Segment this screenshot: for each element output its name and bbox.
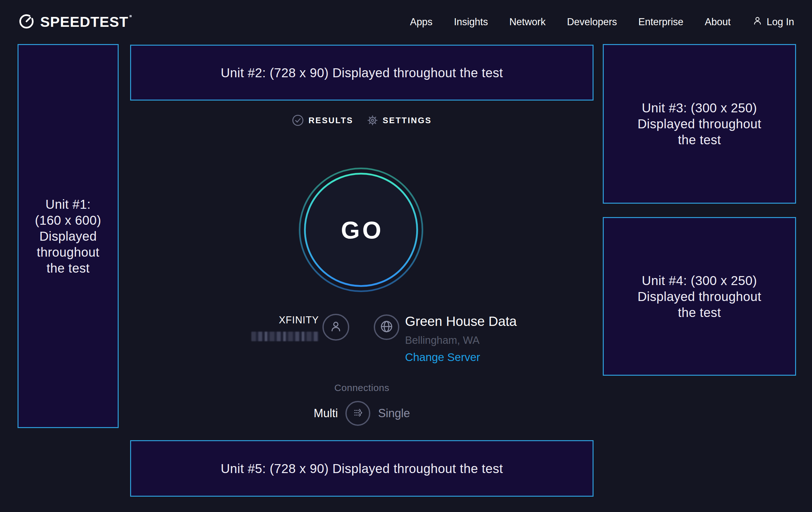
globe-icon [379, 319, 394, 335]
nav-item-network[interactable]: Network [509, 16, 546, 28]
multi-connection-icon [350, 405, 366, 422]
go-button[interactable]: GO [298, 167, 424, 292]
connections-label: Connections [130, 382, 593, 393]
gear-icon [367, 115, 378, 126]
tab-results-label: RESULTS [309, 115, 353, 126]
speedtest-logo[interactable]: SPEEDTEST [18, 13, 132, 31]
connections-row: Multi Single [314, 401, 410, 426]
ad-unit-5[interactable]: Unit #5: (728 x 90) Displayed throughout… [130, 440, 593, 497]
ad-unit-2-text: Unit #2: (728 x 90) Displayed throughout… [221, 65, 503, 81]
connections-toggle[interactable] [345, 401, 370, 426]
go-label: GO [298, 167, 424, 292]
isp-block: XFINITY [251, 315, 319, 343]
nav-item-apps[interactable]: Apps [410, 16, 433, 28]
ad-unit-3-text: Unit #3: (300 x 250) Displayed throughou… [638, 100, 761, 148]
server-badge [374, 315, 399, 340]
tab-settings[interactable]: SETTINGS [367, 115, 432, 126]
speedometer-icon [18, 13, 35, 31]
tab-results[interactable]: RESULTS [292, 114, 353, 127]
person-icon [328, 319, 343, 335]
connections-section: Connections Multi Single [130, 382, 593, 426]
ad-unit-4-text: Unit #4: (300 x 250) Displayed throughou… [638, 273, 761, 321]
server-location: Bellingham, WA [405, 334, 517, 346]
main-nav: Apps Insights Network Developers Enterpr… [410, 15, 794, 29]
ad-unit-4[interactable]: Unit #4: (300 x 250) Displayed throughou… [603, 217, 796, 376]
isp-name: XFINITY [251, 315, 319, 326]
page: { "header": { "logo_text": "SPEEDTEST", … [0, 0, 812, 512]
ad-unit-1-text: Unit #1: (160 x 600) Displayed throughou… [35, 196, 102, 276]
user-icon [752, 15, 763, 29]
ad-unit-5-text: Unit #5: (728 x 90) Displayed throughout… [221, 461, 503, 477]
header: SPEEDTEST Apps Insights Network Develope… [0, 0, 812, 44]
nav-item-about[interactable]: About [705, 16, 731, 28]
tab-settings-label: SETTINGS [383, 115, 432, 126]
server-info: Green House Data Bellingham, WA Change S… [405, 314, 517, 363]
nav-item-developers[interactable]: Developers [567, 16, 617, 28]
tabs-row: RESULTS SETTINGS [130, 114, 593, 127]
connections-multi-label[interactable]: Multi [314, 407, 338, 420]
isp-badge [322, 314, 349, 341]
nav-item-enterprise[interactable]: Enterprise [638, 16, 683, 28]
ad-unit-2[interactable]: Unit #2: (728 x 90) Displayed throughout… [130, 45, 593, 101]
check-circle-icon [292, 114, 304, 127]
server-name: Green House Data [405, 314, 517, 329]
change-server-link[interactable]: Change Server [405, 351, 517, 363]
isp-ip-redacted [251, 332, 319, 341]
login-button[interactable]: Log In [752, 15, 794, 29]
logo-text: SPEEDTEST [40, 14, 132, 30]
ad-unit-3[interactable]: Unit #3: (300 x 250) Displayed throughou… [603, 44, 796, 204]
nav-item-insights[interactable]: Insights [454, 16, 488, 28]
login-label: Log In [767, 16, 794, 28]
connections-single-label[interactable]: Single [378, 407, 410, 420]
ad-unit-1[interactable]: Unit #1: (160 x 600) Displayed throughou… [18, 44, 119, 428]
